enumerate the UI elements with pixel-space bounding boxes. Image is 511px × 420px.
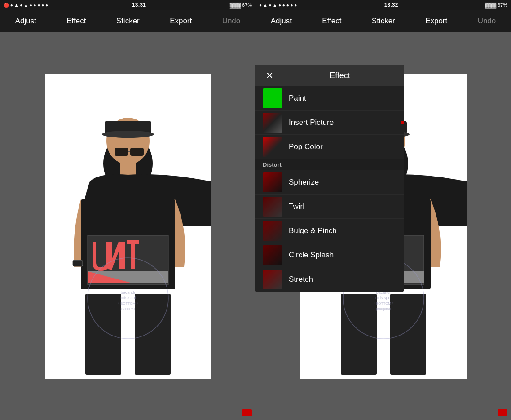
paint-label: Paint (289, 94, 306, 103)
svg-text:* BOTTOM *: * BOTTOM * (118, 301, 138, 305)
right-effect-btn[interactable]: Effect (317, 13, 347, 29)
right-battery: ▓▓▓ 67% (485, 2, 507, 8)
circle-splash-thumb (263, 245, 282, 265)
menu-item-paint[interactable]: Paint (256, 86, 404, 111)
paint-thumb (263, 88, 282, 108)
left-effect-btn[interactable]: Effect (61, 13, 91, 29)
left-status-icons: 🔴 ● ▲ ● ▲ ● ● ● ● ● (4, 3, 48, 8)
circle-splash-label: Circle Splash (289, 251, 334, 260)
svg-point-6 (102, 131, 154, 138)
twirl-thumb-bg (263, 197, 282, 217)
right-time: 13:32 (384, 2, 398, 8)
right-export-btn[interactable]: Export (420, 13, 453, 29)
svg-text:oids.spot: oids.spot (375, 296, 392, 300)
left-adjust-btn[interactable]: Adjust (10, 13, 42, 29)
right-status-icons: ● ▲ ● ▲ ● ● ● ● ● (259, 3, 297, 8)
svg-text:bacandr: bacandr (120, 290, 135, 295)
shirt-svg (266, 92, 279, 105)
left-toolbar: Adjust Effect Sticker Export Undo (0, 10, 256, 32)
bulge-pinch-label: Bulge & Pinch (289, 226, 337, 235)
twirl-label: Twirl (289, 202, 304, 211)
bulge-pinch-thumb-bg (263, 221, 282, 241)
svg-rect-8 (130, 148, 144, 156)
pop-color-thumb (263, 137, 282, 157)
svg-rect-17 (73, 260, 83, 266)
insert-picture-thumb (263, 113, 282, 133)
right-adjust-btn[interactable]: Adjust (265, 13, 297, 29)
svg-rect-3 (120, 161, 136, 175)
svg-marker-46 (401, 114, 404, 132)
right-sticker-btn[interactable]: Sticker (366, 13, 401, 29)
pop-color-thumb-bg (263, 137, 282, 157)
spherize-thumb (263, 172, 282, 192)
distort-section-label: Distort (256, 159, 404, 170)
right-status-apps: ● ▲ ● ▲ ● ● ● ● ● (259, 3, 297, 8)
stretch-thumb (263, 270, 282, 289)
spherize-thumb-bg (263, 172, 282, 192)
close-dropdown-btn[interactable]: ✕ (263, 69, 276, 82)
left-status-bar: 🔴 ● ▲ ● ▲ ● ● ● ● ● 13:31 ▓▓▓ 67% (0, 0, 256, 10)
twirl-thumb (263, 197, 282, 217)
left-status-apps: 🔴 ● ▲ ● ▲ ● ● ● ● ● (4, 3, 48, 8)
left-export-btn[interactable]: Export (164, 13, 197, 29)
menu-item-bulge-pinch[interactable]: Bulge & Pinch (256, 219, 404, 243)
svg-rect-38 (341, 294, 377, 375)
menu-item-twirl[interactable]: Twirl (256, 195, 404, 219)
dropdown-header: ✕ Effect (256, 65, 404, 86)
menu-item-circle-splash[interactable]: Circle Splash (256, 243, 404, 267)
svg-rect-16 (135, 294, 171, 375)
right-toolbar: Adjust Effect Sticker Export Undo (256, 10, 511, 32)
menu-item-insert-picture[interactable]: Insert Picture (256, 111, 404, 135)
right-red-indicator (498, 409, 507, 416)
left-red-indicator (242, 409, 252, 416)
svg-text:pueqemo: pueqemo (376, 307, 391, 311)
menu-item-stretch[interactable]: Stretch (256, 267, 404, 292)
stretch-label: Stretch (289, 275, 313, 284)
insert-picture-thumb-bg (263, 113, 282, 133)
right-right-icons: ▓▓▓ 67% (485, 2, 507, 8)
left-battery: ▓▓▓ 67% (230, 2, 252, 8)
red-arrow-icon (401, 111, 404, 134)
menu-item-pop-color[interactable]: Pop Color (256, 135, 404, 159)
svg-text:oids.spot: oids.spot (119, 296, 136, 300)
effect-dropdown: ✕ Effect Paint (256, 65, 404, 292)
insert-picture-label: Insert Picture (289, 118, 334, 127)
left-right-icons: ▓▓▓ 67% (230, 2, 252, 8)
right-image-area: bacandr oids.spot * BOTTOM * pueqemo ✕ E… (256, 32, 511, 420)
menu-item-spherize[interactable]: Spherize (256, 170, 404, 195)
paint-thumb-bg (263, 88, 282, 108)
svg-text:* BOTTOM *: * BOTTOM * (373, 301, 393, 305)
right-undo-btn[interactable]: Undo (472, 13, 502, 29)
pop-color-label: Pop Color (289, 142, 323, 151)
bulge-pinch-thumb (263, 221, 282, 241)
left-phone-panel: 🔴 ● ▲ ● ▲ ● ● ● ● ● 13:31 ▓▓▓ 67% Adjust… (0, 0, 256, 420)
stretch-thumb-bg (263, 270, 282, 289)
dropdown-title: Effect (283, 71, 396, 80)
left-time: 13:31 (132, 2, 146, 8)
right-status-bar: ● ▲ ● ▲ ● ● ● ● ● 13:32 ▓▓▓ 67% (256, 0, 511, 10)
left-image-area: bacandr oids.spot * BOTTOM * pueqemo (0, 32, 256, 420)
spherize-label: Spherize (289, 178, 319, 187)
left-photo: bacandr oids.spot * BOTTOM * pueqemo (45, 74, 211, 379)
left-undo-btn[interactable]: Undo (217, 13, 246, 29)
circle-splash-thumb-bg (263, 245, 282, 265)
svg-rect-39 (390, 294, 426, 375)
left-sticker-btn[interactable]: Sticker (111, 13, 145, 29)
right-phone-panel: ● ▲ ● ▲ ● ● ● ● ● 13:32 ▓▓▓ 67% Adjust E… (256, 0, 511, 420)
svg-rect-15 (85, 294, 121, 375)
svg-rect-7 (115, 148, 128, 156)
svg-text:pueqemo: pueqemo (120, 307, 136, 311)
